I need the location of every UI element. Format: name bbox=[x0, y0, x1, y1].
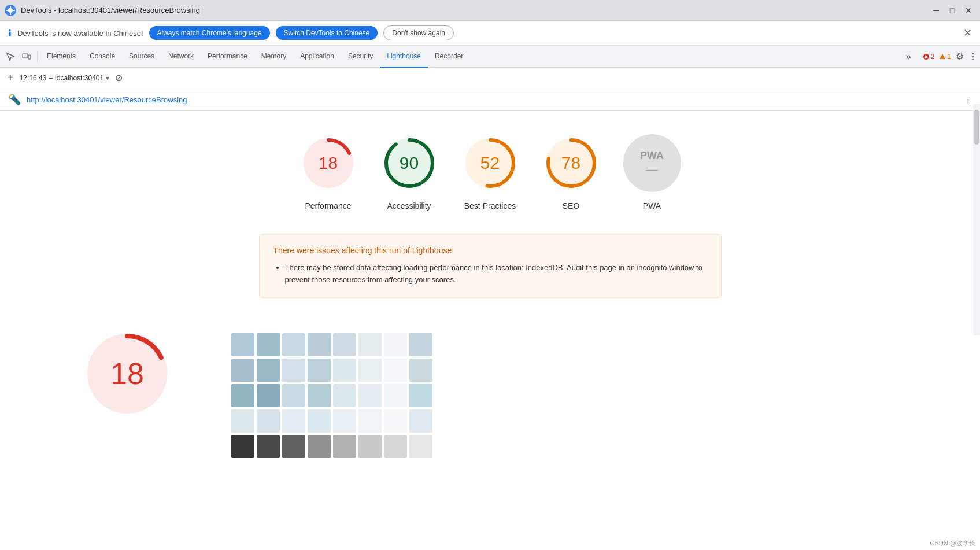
main-content: 18 Performance 90 Accessibility bbox=[0, 111, 980, 544]
pixel-cell bbox=[409, 333, 432, 356]
pixel-cell bbox=[358, 384, 382, 407]
switch-to-chinese-button[interactable]: Switch DevTools to Chinese bbox=[276, 26, 378, 40]
pwa-circle: PWA — bbox=[623, 134, 681, 192]
score-card-pwa: PWA — PWA bbox=[623, 134, 681, 211]
tab-application[interactable]: Application bbox=[293, 46, 341, 68]
inspect-icon[interactable] bbox=[2, 52, 19, 61]
pixel-cell bbox=[409, 359, 432, 382]
pixel-cell bbox=[384, 435, 407, 458]
pixel-cell bbox=[308, 359, 331, 382]
settings-button[interactable]: ⚙ bbox=[956, 51, 964, 62]
devtools-icon bbox=[5, 5, 16, 16]
more-tabs-button[interactable]: » bbox=[899, 46, 918, 68]
notification-text: DevTools is now available in Chinese! bbox=[17, 29, 143, 38]
dont-show-again-button[interactable]: Don't show again bbox=[383, 25, 454, 40]
window-title: DevTools - localhost:30401/viewer/Resour… bbox=[21, 6, 929, 14]
tab-separator bbox=[37, 51, 38, 62]
devtools-tabs: Elements Console Sources Network Perform… bbox=[0, 46, 980, 68]
lighthouse-url-bar: 🔦 http://localhost:30401/viewer/Resource… bbox=[0, 88, 980, 111]
performance-label: Performance bbox=[305, 201, 351, 211]
pixel-cell bbox=[231, 409, 254, 433]
lighthouse-more-button[interactable]: ⋮ bbox=[964, 95, 972, 104]
pixel-cell bbox=[333, 359, 356, 382]
tab-security[interactable]: Security bbox=[341, 46, 380, 68]
bottom-score-section: 18 bbox=[0, 310, 980, 475]
svg-rect-3 bbox=[28, 55, 31, 59]
pixel-cell bbox=[282, 384, 305, 407]
always-match-button[interactable]: Always match Chrome's language bbox=[149, 26, 270, 40]
svg-point-1 bbox=[8, 8, 13, 13]
pixel-cell bbox=[333, 435, 356, 458]
svg-text:!: ! bbox=[942, 55, 943, 59]
seo-label: SEO bbox=[563, 201, 580, 211]
scrollbar-thumb[interactable] bbox=[974, 110, 979, 145]
pixel-cell bbox=[257, 384, 280, 407]
seo-score: 78 bbox=[561, 153, 580, 173]
device-toggle-icon[interactable] bbox=[19, 52, 35, 61]
error-badge: 2 bbox=[923, 53, 935, 61]
tab-console[interactable]: Console bbox=[83, 46, 122, 68]
score-card-performance: 18 Performance bbox=[299, 134, 357, 211]
minimize-button[interactable]: ─ bbox=[929, 3, 943, 17]
tab-memory[interactable]: Memory bbox=[254, 46, 293, 68]
seo-circle: 78 bbox=[542, 134, 600, 192]
performance-score: 18 bbox=[319, 153, 338, 173]
tab-recorder[interactable]: Recorder bbox=[428, 46, 470, 68]
pixel-cell bbox=[384, 359, 407, 382]
best-practices-score: 52 bbox=[480, 153, 500, 173]
pixel-cell bbox=[282, 359, 305, 382]
pixel-cell bbox=[282, 333, 305, 356]
pixel-cell bbox=[231, 435, 254, 458]
time-host-separator: – bbox=[49, 74, 53, 82]
accessibility-circle: 90 bbox=[380, 134, 438, 192]
notification-close-button[interactable]: ✕ bbox=[963, 27, 972, 39]
pixel-cell bbox=[231, 384, 254, 407]
add-tab-button[interactable]: + bbox=[7, 71, 14, 84]
time-display: 12:16:43 bbox=[20, 74, 47, 82]
tab-lighthouse[interactable]: Lighthouse bbox=[380, 46, 428, 68]
time-host-display: 12:16:43 – localhost:30401 ▾ bbox=[20, 74, 109, 82]
pixel-cell bbox=[308, 333, 331, 356]
large-performance-score: 18 bbox=[110, 356, 144, 391]
pixel-cell bbox=[257, 409, 280, 433]
issue-body: There may be stored data affecting loadi… bbox=[273, 262, 707, 286]
cancel-audit-button[interactable]: ⊘ bbox=[115, 72, 123, 83]
tab-elements[interactable]: Elements bbox=[40, 46, 83, 68]
score-card-best-practices: 52 Best Practices bbox=[461, 134, 519, 211]
pixel-cell bbox=[409, 409, 432, 433]
best-practices-label: Best Practices bbox=[464, 201, 516, 211]
maximize-button[interactable]: □ bbox=[945, 3, 959, 17]
pwa-dash: — bbox=[646, 163, 658, 176]
dropdown-arrow[interactable]: ▾ bbox=[106, 74, 109, 82]
pixel-cell bbox=[409, 435, 432, 458]
pixel-cell bbox=[358, 359, 382, 382]
pixel-cell bbox=[308, 409, 331, 433]
pixel-cell bbox=[384, 409, 407, 433]
issue-bullet: There may be stored data affecting loadi… bbox=[285, 262, 707, 286]
host-display: localhost:30401 bbox=[55, 74, 103, 82]
pixel-cell bbox=[333, 409, 356, 433]
pixel-cell bbox=[308, 384, 331, 407]
pixel-cell bbox=[333, 333, 356, 356]
tab-performance[interactable]: Performance bbox=[201, 46, 254, 68]
pixel-cell bbox=[282, 409, 305, 433]
pixel-cell bbox=[333, 384, 356, 407]
performance-circle: 18 bbox=[299, 134, 357, 192]
close-button[interactable]: ✕ bbox=[961, 3, 975, 17]
pixel-cell bbox=[257, 435, 280, 458]
score-card-accessibility: 90 Accessibility bbox=[380, 134, 438, 211]
issue-box: There were issues affecting this run of … bbox=[259, 234, 722, 298]
large-performance-circle: 18 bbox=[81, 327, 173, 420]
lighthouse-url: http://localhost:30401/viewer/ResourceBr… bbox=[27, 95, 959, 104]
pixel-cell bbox=[257, 333, 280, 356]
pwa-label: PWA bbox=[643, 201, 661, 211]
more-options-button[interactable]: ⋮ bbox=[968, 51, 978, 62]
pixel-chart bbox=[231, 333, 463, 458]
tab-sources[interactable]: Sources bbox=[122, 46, 161, 68]
pixel-cell bbox=[384, 384, 407, 407]
pixel-cell bbox=[358, 435, 382, 458]
tab-network[interactable]: Network bbox=[161, 46, 201, 68]
svg-rect-2 bbox=[23, 54, 28, 58]
scrollbar[interactable] bbox=[973, 104, 980, 335]
pixel-cell bbox=[231, 333, 254, 356]
